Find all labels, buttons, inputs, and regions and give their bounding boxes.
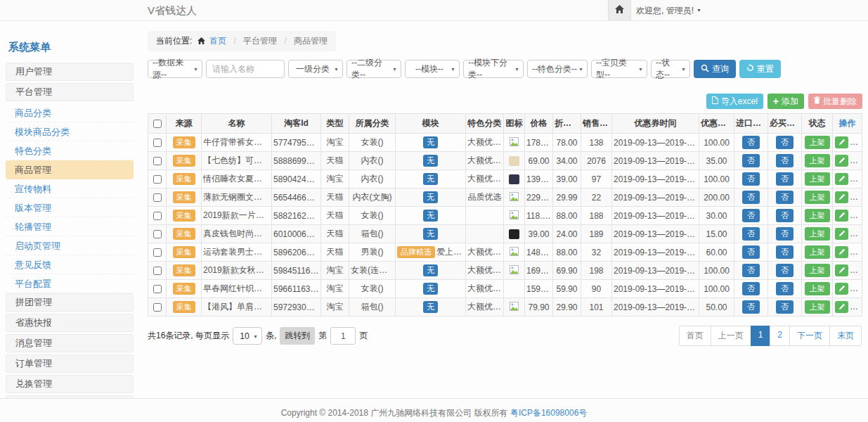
import-select-toggle[interactable]: 否 xyxy=(742,245,760,259)
page-button-current[interactable]: 1 xyxy=(751,326,771,346)
status-badge[interactable]: 上架 xyxy=(805,300,830,314)
import-select-toggle[interactable]: 否 xyxy=(742,172,760,186)
sidebar-link[interactable]: 启动页管理 xyxy=(6,236,134,255)
sidebar-link[interactable]: 平台配置 xyxy=(6,274,134,293)
edit-button[interactable] xyxy=(835,173,848,185)
sidebar-link[interactable]: 版本管理 xyxy=(6,198,134,217)
page-button[interactable]: 下一页 xyxy=(789,326,830,346)
name-search-input[interactable] xyxy=(206,60,285,78)
sidebar-section[interactable]: 订单管理 xyxy=(6,354,134,373)
status-badge[interactable]: 上架 xyxy=(805,264,830,277)
must-buy-toggle[interactable]: 否 xyxy=(776,282,793,295)
sidebar-link[interactable]: 商品分类 xyxy=(6,103,134,122)
status-badge[interactable]: 上架 xyxy=(805,172,830,186)
edit-button[interactable] xyxy=(835,283,848,295)
row-checkbox[interactable] xyxy=(153,303,162,312)
batch-delete-button[interactable]: 批量删除 xyxy=(808,94,862,109)
page-button[interactable]: 2 xyxy=(770,326,790,346)
import-select-toggle[interactable]: 否 xyxy=(742,264,760,277)
status-badge[interactable]: 上架 xyxy=(805,191,830,204)
sidebar-section[interactable]: 用户管理 xyxy=(6,63,134,81)
row-checkbox[interactable] xyxy=(153,285,162,293)
row-checkbox[interactable] xyxy=(153,175,162,184)
edit-button[interactable] xyxy=(835,136,848,148)
import-select-toggle[interactable]: 否 xyxy=(742,209,760,222)
import-select-toggle[interactable]: 否 xyxy=(742,154,760,167)
must-buy-toggle[interactable]: 否 xyxy=(776,300,793,314)
filter-select-module-subcategory[interactable]: --模块下分类--▼ xyxy=(463,60,524,78)
page-button[interactable]: 首页 xyxy=(679,326,711,346)
sidebar-link[interactable]: 特色分类 xyxy=(6,141,134,160)
must-buy-toggle[interactable]: 否 xyxy=(776,136,793,149)
sidebar-link[interactable]: 意见反馈 xyxy=(6,255,134,274)
welcome-text: 欢迎您, 管理员! xyxy=(636,6,694,15)
row-checkbox[interactable] xyxy=(153,193,162,202)
edit-button[interactable] xyxy=(835,301,848,313)
must-buy-toggle[interactable]: 否 xyxy=(776,209,793,222)
edit-button[interactable] xyxy=(835,155,848,167)
must-buy-cell: 否 xyxy=(768,188,802,207)
row-checkbox[interactable] xyxy=(153,157,162,165)
breadcrumb-home-link[interactable]: 首页 xyxy=(209,36,226,46)
page-button[interactable]: 末页 xyxy=(829,326,862,346)
filter-select-item-type[interactable]: --宝贝类型--▼ xyxy=(591,60,647,78)
sidebar-link[interactable]: 模块商品分类 xyxy=(6,122,134,141)
status-badge[interactable]: 上架 xyxy=(805,209,830,222)
icp-link[interactable]: 粤ICP备16098006号 xyxy=(510,408,587,418)
sidebar-link[interactable]: 宣传物料 xyxy=(6,179,134,198)
row-checkbox[interactable] xyxy=(153,267,162,275)
filter-select-secondary-category[interactable]: --二级分类--▼ xyxy=(346,60,401,78)
table-row: 采集【七色纺】可爱纯棉家...588869917501天猫内衣()无大额优惠券6… xyxy=(148,152,862,170)
row-checkbox[interactable] xyxy=(153,230,162,238)
page-button[interactable]: 上一页 xyxy=(711,326,751,346)
sidebar-section[interactable]: 兑换管理 xyxy=(6,375,134,393)
add-button[interactable]: + 添加 xyxy=(767,94,804,109)
must-buy-toggle[interactable]: 否 xyxy=(776,264,793,277)
import-select-toggle[interactable]: 否 xyxy=(742,300,760,314)
sidebar-link-active[interactable]: 商品管理 xyxy=(6,160,134,179)
header-home-button[interactable] xyxy=(608,0,631,20)
filter-select-primary-category[interactable]: 一级分类▼ xyxy=(288,60,343,78)
source-badge: 采集 xyxy=(173,136,195,148)
status-badge[interactable]: 上架 xyxy=(805,227,830,241)
row-checkbox-cell xyxy=(148,243,167,262)
import-excel-button[interactable]: 导入excel xyxy=(706,94,763,109)
row-checkbox[interactable] xyxy=(153,212,162,220)
must-buy-toggle[interactable]: 否 xyxy=(776,245,793,259)
edit-button[interactable] xyxy=(835,228,848,240)
filter-select-module[interactable]: --模块--▼ xyxy=(405,60,460,78)
edit-button[interactable] xyxy=(835,264,848,276)
status-badge[interactable]: 上架 xyxy=(805,136,830,149)
import-select-toggle[interactable]: 否 xyxy=(742,282,760,295)
edit-button[interactable] xyxy=(835,191,848,203)
import-select-toggle[interactable]: 否 xyxy=(742,136,760,149)
filter-select-feature-category[interactable]: --特色分类--▼ xyxy=(527,60,588,78)
jump-to-button[interactable]: 跳转到 xyxy=(280,327,315,345)
page-number-input[interactable] xyxy=(330,327,356,345)
reset-button[interactable]: 重置 xyxy=(739,60,781,78)
sidebar-section[interactable]: 拼团管理 xyxy=(6,293,134,312)
search-button[interactable]: 查询 xyxy=(694,60,736,78)
import-select-toggle[interactable]: 否 xyxy=(742,191,760,204)
sidebar-section[interactable]: 省惠快报 xyxy=(6,314,134,332)
edit-button[interactable] xyxy=(835,246,848,258)
filter-select-data-source[interactable]: --数据来源--▼ xyxy=(148,60,202,78)
status-badge[interactable]: 上架 xyxy=(805,245,830,259)
status-badge[interactable]: 上架 xyxy=(805,154,830,167)
row-checkbox[interactable] xyxy=(153,139,162,147)
sidebar-section[interactable]: 平台管理 xyxy=(6,83,134,101)
must-buy-toggle[interactable]: 否 xyxy=(776,154,793,167)
edit-button[interactable] xyxy=(835,210,848,222)
status-badge[interactable]: 上架 xyxy=(805,282,830,295)
row-checkbox[interactable] xyxy=(153,248,162,257)
import-select-toggle[interactable]: 否 xyxy=(742,227,760,241)
select-all-checkbox[interactable] xyxy=(153,120,162,128)
sidebar-section[interactable]: 消息管理 xyxy=(6,334,134,352)
filter-select-status[interactable]: --状态--▼ xyxy=(651,60,690,78)
must-buy-toggle[interactable]: 否 xyxy=(776,172,793,186)
user-menu[interactable]: 欢迎您, 管理员!▼ xyxy=(636,0,701,21)
must-buy-toggle[interactable]: 否 xyxy=(776,227,793,241)
per-page-select[interactable]: 10 ▼ xyxy=(233,327,262,345)
must-buy-toggle[interactable]: 否 xyxy=(776,191,793,204)
sidebar-link[interactable]: 轮播管理 xyxy=(6,217,134,236)
